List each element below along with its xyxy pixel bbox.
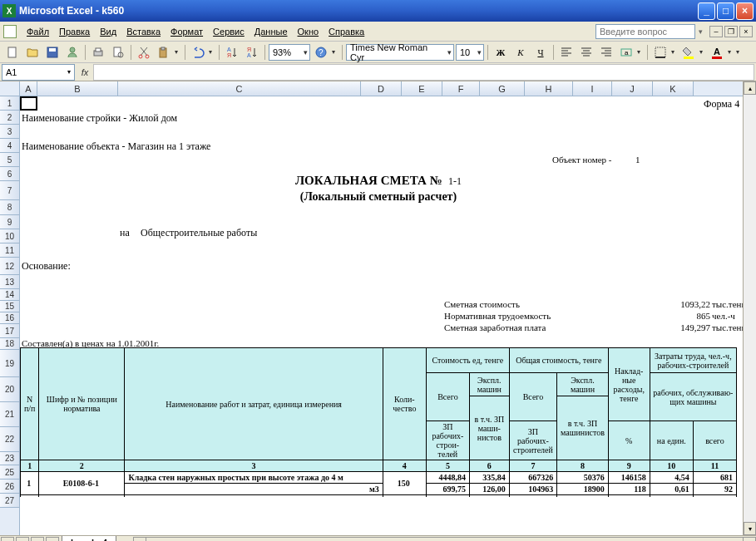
cell-8b[interactable]: 18900 — [557, 484, 609, 495]
col-header-i[interactable]: I — [573, 81, 612, 96]
bold-button[interactable]: Ж — [492, 43, 510, 61]
cell-8a[interactable]: 50376 — [557, 472, 609, 484]
col-header-j[interactable]: J — [612, 81, 653, 96]
zoom-combo[interactable]: 93% — [269, 44, 310, 61]
merge-dropdown-icon[interactable]: ▾ — [637, 48, 644, 56]
paste-dropdown-icon[interactable]: ▾ — [175, 48, 181, 56]
row-header-1[interactable]: 1 — [0, 96, 19, 111]
undo-button[interactable] — [189, 43, 207, 61]
toolbar-options-icon[interactable]: ▾ — [332, 48, 338, 56]
menu-edit[interactable]: Правка — [54, 25, 95, 38]
menu-format[interactable]: Формат — [166, 25, 208, 38]
fx-button[interactable]: fx — [77, 67, 93, 77]
italic-button[interactable]: К — [511, 43, 530, 61]
close-button[interactable]: × — [736, 2, 754, 20]
row-header-17[interactable]: 17 — [0, 324, 19, 338]
cell-11b[interactable]: 92 — [693, 484, 736, 495]
font-size-combo[interactable]: 10 — [456, 44, 484, 61]
cell-9b[interactable]: 118 — [608, 484, 650, 495]
row-header-26[interactable]: 26 — [0, 480, 19, 494]
col-header-a[interactable]: A — [20, 81, 37, 96]
row-header-27[interactable]: 27 — [0, 494, 19, 508]
row-header-23[interactable]: 23 — [0, 452, 19, 465]
help-dropdown-icon[interactable]: ▾ — [699, 27, 703, 36]
row-header-13[interactable]: 13 — [0, 275, 19, 289]
col-header-b[interactable]: B — [37, 81, 118, 96]
tab-nav-last[interactable]: ▸| — [46, 537, 59, 542]
font-color-button[interactable]: A — [708, 43, 726, 61]
col-header-d[interactable]: D — [361, 81, 402, 96]
cell-6b[interactable]: 126,00 — [469, 484, 509, 495]
save-button[interactable] — [43, 43, 62, 61]
row-header-9[interactable]: 9 — [0, 215, 19, 229]
open-button[interactable] — [23, 43, 42, 61]
cell-unit[interactable]: м3 — [125, 484, 383, 495]
row-header-25[interactable]: 25 — [0, 465, 19, 480]
col-header-c[interactable]: C — [118, 81, 361, 96]
cell-7a[interactable]: 667326 — [509, 472, 556, 484]
cell-code[interactable]: Е0108-6-1 — [39, 472, 125, 495]
undo-dropdown-icon[interactable]: ▾ — [209, 48, 215, 56]
borders-dropdown-icon[interactable]: ▾ — [671, 48, 678, 56]
scroll-up-button[interactable]: ▴ — [744, 81, 756, 95]
row-header-16[interactable]: 16 — [0, 312, 19, 324]
cut-button[interactable] — [135, 43, 153, 61]
sort-desc-button[interactable]: ЯA — [243, 43, 261, 61]
horizontal-scrollbar[interactable] — [133, 537, 756, 542]
cell-9a[interactable]: 146158 — [608, 472, 650, 484]
row-header-11[interactable]: 11 — [0, 243, 19, 258]
row-header-5[interactable]: 5 — [0, 153, 19, 167]
row-header-20[interactable]: 20 — [0, 377, 19, 402]
format-toolbar-options-icon[interactable]: ▾ — [736, 48, 743, 56]
row-header-12[interactable]: 12 — [0, 258, 19, 275]
help-search-input[interactable] — [595, 24, 695, 39]
row-header-22[interactable]: 22 — [0, 427, 19, 452]
align-center-button[interactable] — [577, 43, 595, 61]
row-header-21[interactable]: 21 — [0, 402, 19, 427]
row-header-15[interactable]: 15 — [0, 301, 19, 312]
row-header-19[interactable]: 19 — [0, 350, 19, 377]
name-box[interactable]: A1▾ — [2, 64, 75, 81]
menu-tools[interactable]: Сервис — [208, 25, 250, 38]
font-color-dropdown-icon[interactable]: ▾ — [728, 48, 734, 56]
row-header-6[interactable]: 6 — [0, 167, 19, 181]
cell-qty[interactable]: 150 — [383, 472, 426, 495]
cell-n[interactable]: 1 — [21, 472, 39, 495]
menu-data[interactable]: Данные — [250, 25, 293, 38]
vertical-scrollbar[interactable]: ▴ ▾ — [743, 81, 756, 535]
tab-nav-prev[interactable]: ◂ — [16, 537, 29, 542]
cell-7b[interactable]: 104963 — [509, 484, 556, 495]
new-button[interactable] — [3, 43, 22, 61]
underline-button[interactable]: Ч — [531, 43, 550, 61]
formula-input[interactable] — [93, 64, 754, 81]
merge-center-button[interactable]: a — [617, 43, 635, 61]
select-all-corner[interactable] — [0, 81, 20, 96]
row-header-4[interactable]: 4 — [0, 139, 19, 153]
sort-asc-button[interactable]: AЯ — [223, 43, 241, 61]
tab-nav-next[interactable]: ▸ — [31, 537, 44, 542]
menu-file[interactable]: Файл — [22, 25, 54, 38]
minimize-button[interactable]: _ — [698, 2, 715, 20]
font-combo[interactable]: Times New Roman Cyr — [346, 44, 454, 61]
row-header-14[interactable]: 14 — [0, 289, 19, 301]
menu-help[interactable]: Справка — [324, 25, 369, 38]
cell-10a[interactable]: 4,54 — [650, 472, 693, 484]
row-header-7[interactable]: 7 — [0, 181, 19, 200]
row-header-2[interactable]: 2 — [0, 111, 19, 125]
col-header-g[interactable]: G — [480, 81, 525, 96]
mdi-restore-button[interactable]: ❐ — [724, 26, 738, 37]
align-right-button[interactable] — [597, 43, 615, 61]
row-header-18[interactable]: 18 — [0, 338, 19, 350]
col-header-f[interactable]: F — [442, 81, 480, 96]
cell-name[interactable]: Кладка стен наружных простых при высоте … — [125, 472, 383, 484]
help-button[interactable]: ? — [312, 43, 330, 61]
sheet-tab[interactable]: hx_abc4 — [62, 536, 116, 541]
cell-5b[interactable]: 699,75 — [426, 484, 469, 495]
mdi-minimize-button[interactable]: – — [709, 26, 723, 37]
fill-color-dropdown-icon[interactable]: ▾ — [699, 48, 706, 56]
col-header-k[interactable]: K — [653, 81, 694, 96]
row-header-8[interactable]: 8 — [0, 200, 19, 215]
permission-button[interactable] — [63, 43, 82, 61]
align-left-button[interactable] — [557, 43, 576, 61]
row-header-3[interactable]: 3 — [0, 125, 19, 139]
